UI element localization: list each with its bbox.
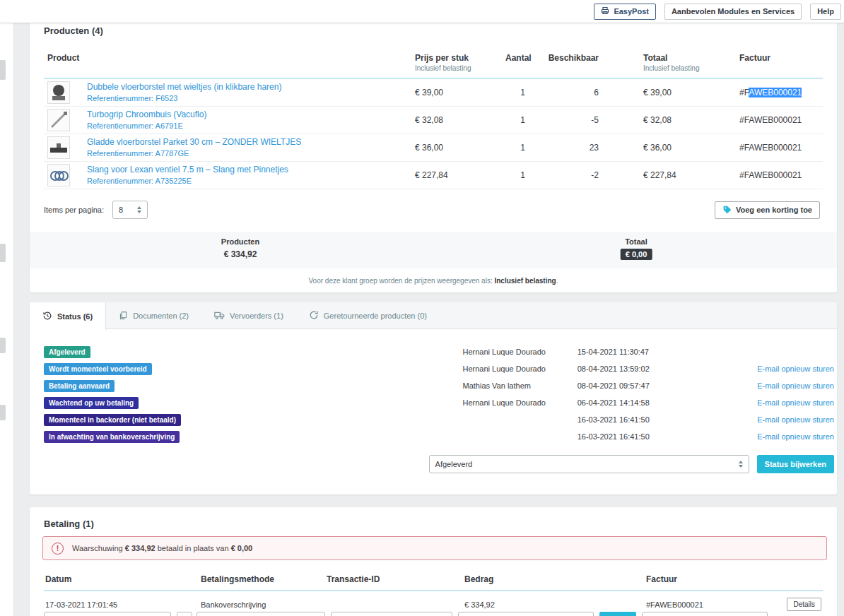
- help-button[interactable]: Help: [810, 4, 841, 20]
- summary-products-value: € 334,92: [221, 249, 259, 259]
- status-employee: Mathias Van lathem: [463, 377, 578, 394]
- product-name-link[interactable]: Turbogrip Chroombuis (Vacuflo): [87, 109, 408, 121]
- sliver-block: [0, 60, 6, 80]
- resend-email-link[interactable]: E-mail opnieuw sturen: [704, 398, 834, 407]
- help-label: Help: [817, 7, 834, 16]
- payment-panel: Betaling (1) ! Waarschuwing € 334,92 bet…: [30, 507, 837, 616]
- top-bar: EasyPost Aanbevolen Modules en Services …: [0, 0, 844, 23]
- invoice-cell: #FAWEB000021: [736, 78, 823, 107]
- chevron-updown-icon: [739, 461, 743, 468]
- order-tabs-panel: Status (6) Documenten (2) Vervoerders (1…: [30, 302, 837, 494]
- column-header-available: Beschikbaar: [529, 43, 602, 78]
- tabs-bar: Status (6) Documenten (2) Vervoerders (1…: [30, 302, 837, 329]
- easypost-button[interactable]: EasyPost: [594, 4, 656, 20]
- column-header-quantity: Aantal: [502, 43, 529, 78]
- pagination-row: Items per pagina: 8 Voeg een korting toe: [44, 201, 823, 219]
- resend-email-link[interactable]: E-mail opnieuw sturen: [704, 365, 834, 373]
- product-name-link[interactable]: Dubbele vloerborstel met wieltjes (in kl…: [87, 82, 408, 93]
- tab-carriers-label: Vervoerders (1): [230, 312, 283, 320]
- return-icon: [309, 310, 319, 321]
- products-panel: Producten (4) Product Prijs per stukIncl…: [30, 14, 837, 292]
- resend-email-link[interactable]: E-mail opnieuw sturen: [704, 415, 834, 424]
- total-cell: € 39,00: [602, 78, 736, 107]
- available-cell: -5: [529, 107, 602, 134]
- warning-icon: !: [52, 543, 64, 555]
- summary-total: Totaal € 0,00: [621, 237, 652, 260]
- status-history-table: Afgeleverd Hernani Luque Dourado 15-04-2…: [44, 343, 834, 445]
- add-discount-button[interactable]: Voeg een korting toe: [715, 201, 820, 219]
- items-per-page-select[interactable]: 8: [112, 201, 148, 219]
- warning-text: Waarschuwing € 334,92 betaald in plaats …: [72, 544, 252, 552]
- payment-invoice-select[interactable]: [642, 612, 768, 616]
- invoice-selection: AWEB000021: [749, 88, 802, 97]
- product-name-link[interactable]: Gladde vloerborstel Parket 30 cm – ZONDE…: [87, 137, 408, 148]
- status-date: 06-04-2021 14:14:58: [578, 394, 704, 411]
- product-name-link[interactable]: Slang voor Lexan ventiel 7.5 m – Slang m…: [87, 165, 408, 176]
- payment-method-input[interactable]: [197, 612, 325, 616]
- column-header-unit-price: Prijs per stukInclusief belasting: [411, 43, 502, 78]
- payment-currency-button[interactable]: [599, 612, 636, 616]
- product-reference: Referentienummer: A735225E: [87, 176, 408, 186]
- payment-date-input[interactable]: [44, 612, 171, 616]
- status-employee: Hernani Luque Dourado: [463, 343, 578, 360]
- invoice-cell: #FAWEB000021: [736, 107, 823, 134]
- status-badge: In afwachting van bankoverschrijving: [44, 431, 180, 443]
- easypost-label: EasyPost: [614, 7, 649, 16]
- quantity-cell: 1: [502, 134, 529, 162]
- status-row: Afgeleverd Hernani Luque Dourado 15-04-2…: [44, 343, 834, 360]
- chevron-updown-icon: [137, 206, 141, 213]
- unit-price-cell: € 227,84: [411, 162, 502, 189]
- status-date: 08-04-2021 09:57:47: [578, 377, 704, 394]
- available-cell: -2: [529, 162, 602, 189]
- status-badge: Afgeleverd: [44, 346, 90, 358]
- products-summary: Producten € 334,92 Totaal € 0,00: [30, 232, 837, 268]
- sliver-block: [0, 244, 6, 262]
- status-employee: Hernani Luque Dourado: [463, 360, 578, 377]
- unit-price-cell: € 32,08: [411, 107, 502, 134]
- status-tab-panel: Afgeleverd Hernani Luque Dourado 15-04-2…: [30, 329, 837, 473]
- status-row: Betaling aanvaard Mathias Van lathem 08-…: [44, 377, 834, 394]
- status-row: Momenteel in backorder (niet betaald) 16…: [44, 411, 834, 428]
- tab-returns[interactable]: Geretourneerde producten (0): [296, 302, 440, 329]
- status-employee: Hernani Luque Dourado: [463, 394, 578, 411]
- payment-amount-input[interactable]: [458, 612, 594, 616]
- unit-price-cell: € 39,00: [411, 78, 502, 107]
- tab-carriers[interactable]: Vervoerders (1): [201, 302, 296, 329]
- tax-note: Voor deze klant groep worden de prijzen …: [30, 277, 837, 285]
- recommended-modules-label: Aanbevolen Modules en Services: [672, 7, 795, 16]
- tab-status[interactable]: Status (6): [30, 302, 106, 330]
- recommended-modules-button[interactable]: Aanbevolen Modules en Services: [664, 4, 802, 20]
- payment-transaction-input[interactable]: [331, 612, 452, 616]
- status-employee: [463, 411, 578, 428]
- status-row: Wordt momenteel voorbereid Hernani Luque…: [44, 360, 834, 377]
- payment-header-row: Datum Betalingsmethode Transactie-ID Bed…: [44, 569, 823, 591]
- product-reference: Referentienummer: A7787GE: [87, 148, 408, 158]
- warning-alert: ! Waarschuwing € 334,92 betaald in plaat…: [42, 536, 827, 560]
- available-cell: 6: [529, 78, 602, 107]
- product-row: Slang voor Lexan ventiel 7.5 m – Slang m…: [44, 162, 823, 189]
- add-discount-label: Voeg een korting toe: [736, 206, 812, 214]
- resend-email-link[interactable]: E-mail opnieuw sturen: [704, 432, 834, 441]
- column-header-total: TotaalInclusief belasting: [602, 43, 736, 78]
- column-header-product: Product: [44, 43, 411, 78]
- status-row: Wachtend op uw betaling Hernani Luque Do…: [44, 394, 834, 411]
- resend-email-link[interactable]: E-mail opnieuw sturen: [704, 381, 834, 390]
- status-select[interactable]: Afgeleverd: [429, 455, 749, 473]
- sliver-block: [0, 338, 6, 353]
- product-reference: Referentienummer: A6791E: [87, 121, 408, 131]
- status-badge: Wordt momenteel voorbereid: [44, 363, 152, 375]
- total-cell: € 32,08: [602, 107, 736, 134]
- product-row: Turbogrip Chroombuis (Vacuflo) Referenti…: [44, 107, 823, 134]
- quantity-cell: 1: [502, 78, 529, 107]
- column-header-amount: Bedrag: [463, 569, 645, 591]
- invoice-cell: #FAWEB000021: [736, 134, 823, 162]
- product-thumbnail: [47, 109, 70, 131]
- status-badge: Momenteel in backorder (niet betaald): [44, 414, 181, 426]
- unit-price-cell: € 36,00: [411, 134, 502, 162]
- payment-calendar-button[interactable]: [177, 612, 192, 616]
- product-thumbnail: [47, 81, 70, 104]
- tab-documents[interactable]: Documenten (2): [106, 302, 201, 329]
- tab-documents-label: Documenten (2): [133, 312, 189, 320]
- details-button[interactable]: Details: [787, 598, 821, 611]
- status-update-button[interactable]: Status bijwerken: [757, 455, 834, 473]
